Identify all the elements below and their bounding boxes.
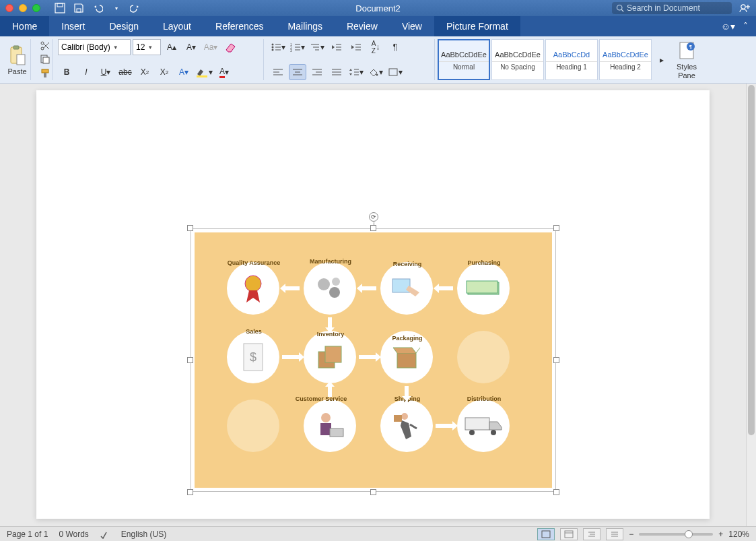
line-spacing-button[interactable]: ▾ xyxy=(347,64,365,80)
resize-handle-tc[interactable] xyxy=(370,225,376,231)
superscript-button[interactable]: X2 xyxy=(156,64,173,80)
undo-icon[interactable] xyxy=(92,2,104,14)
tab-insert[interactable]: Insert xyxy=(49,16,97,36)
style-heading-2[interactable]: AaBbCcDdEe Heading 2 xyxy=(599,39,652,80)
tab-review[interactable]: Review xyxy=(335,16,390,36)
scrollbar-thumb[interactable] xyxy=(748,85,755,435)
align-right-button[interactable] xyxy=(308,64,326,80)
subscript-button[interactable]: X2 xyxy=(136,64,153,80)
bullets-button[interactable]: ▾ xyxy=(269,39,287,55)
justify-button[interactable] xyxy=(328,64,345,80)
search-input[interactable] xyxy=(627,3,728,13)
undo-dropdown-icon[interactable]: ▾ xyxy=(110,2,123,14)
feedback-icon[interactable]: ☺︎▾ xyxy=(721,21,735,32)
close-window-button[interactable] xyxy=(5,4,13,12)
tab-view[interactable]: View xyxy=(390,16,434,36)
style-heading-1[interactable]: AaBbCcDd Heading 1 xyxy=(545,39,598,80)
change-case-button[interactable]: Aa▾ xyxy=(202,39,219,55)
resize-handle-tl[interactable] xyxy=(187,225,193,231)
svg-text:$: $ xyxy=(250,350,256,364)
font-color-button[interactable]: A▾ xyxy=(215,64,233,80)
underline-button[interactable]: U ▾ xyxy=(97,64,114,80)
sort-button[interactable]: AZ↓ xyxy=(367,39,384,55)
resize-handle-br[interactable] xyxy=(553,489,559,495)
zoom-window-button[interactable] xyxy=(32,4,40,12)
align-center-icon xyxy=(292,67,303,77)
rotate-handle[interactable]: ⟳ xyxy=(369,212,378,222)
svg-point-20 xyxy=(272,44,274,46)
web-layout-view-button[interactable] xyxy=(560,528,578,540)
resize-handle-bc[interactable] xyxy=(370,489,376,495)
styles-pane-button[interactable]: ¶ Styles Pane xyxy=(673,39,700,80)
align-center-button[interactable] xyxy=(289,64,306,80)
selected-picture[interactable]: ⟳ Quality Assurance Manufacturing Receiv… xyxy=(191,228,556,492)
resize-handle-bl[interactable] xyxy=(187,489,193,495)
cut-button[interactable] xyxy=(36,39,54,53)
svg-point-12 xyxy=(41,42,44,44)
resize-handle-tr[interactable] xyxy=(553,225,559,231)
grow-font-button[interactable]: A▴ xyxy=(163,39,180,55)
ribbon: Paste Calibri (Body)▼ 12▼ A▴ A▾ Aa▾ B I … xyxy=(0,36,756,84)
tab-home[interactable]: Home xyxy=(0,16,49,36)
styles-more-button[interactable]: ▸ xyxy=(653,52,671,68)
outline-view-button[interactable] xyxy=(583,528,600,540)
bold-button[interactable]: B xyxy=(58,64,75,80)
align-left-button[interactable] xyxy=(269,64,287,80)
italic-button[interactable]: I xyxy=(77,64,95,80)
zoom-slider-knob[interactable] xyxy=(685,530,693,538)
text-effects-button[interactable]: A▾ xyxy=(175,64,193,80)
font-size-combo[interactable]: 12▼ xyxy=(133,39,161,55)
paste-button[interactable]: Paste xyxy=(4,39,31,80)
decrease-indent-button[interactable] xyxy=(328,39,345,55)
numbering-button[interactable]: 123▾ xyxy=(289,39,306,55)
zoom-slider[interactable] xyxy=(639,533,713,536)
style-normal[interactable]: AaBbCcDdEe Normal xyxy=(438,39,490,80)
zoom-out-button[interactable]: − xyxy=(629,530,633,539)
tab-references[interactable]: References xyxy=(203,16,276,36)
node-inventory xyxy=(304,331,356,383)
copy-button[interactable] xyxy=(36,53,54,66)
svg-point-11 xyxy=(41,47,44,50)
multilevel-list-button[interactable]: ▾ xyxy=(308,39,326,55)
agent-laptop-icon xyxy=(314,411,346,441)
highlight-button[interactable]: ▾ xyxy=(195,64,213,80)
draft-view-button[interactable] xyxy=(606,528,623,540)
print-layout-view-button[interactable] xyxy=(537,528,555,540)
show-formatting-button[interactable]: ¶ xyxy=(386,39,404,55)
save-icon[interactable] xyxy=(73,2,85,14)
zoom-in-button[interactable]: + xyxy=(718,530,723,539)
svg-point-77 xyxy=(401,413,408,420)
tab-design[interactable]: Design xyxy=(97,16,151,36)
word-count[interactable]: 0 Words xyxy=(59,530,88,539)
font-name-combo[interactable]: Calibri (Body)▼ xyxy=(58,39,131,55)
collapse-ribbon-icon[interactable]: ˄ xyxy=(743,21,748,32)
format-painter-button[interactable] xyxy=(36,67,54,80)
autosave-icon[interactable] xyxy=(54,2,66,14)
style-no-spacing[interactable]: AaBbCcDdEe No Spacing xyxy=(491,39,544,80)
language-indicator[interactable]: English (US) xyxy=(121,530,166,539)
vertical-scrollbar[interactable] xyxy=(746,84,756,526)
svg-rect-73 xyxy=(397,353,416,368)
document-search[interactable] xyxy=(612,2,732,14)
borders-button[interactable]: ▾ xyxy=(386,64,404,80)
shrink-font-button[interactable]: A▾ xyxy=(182,39,200,55)
clear-formatting-button[interactable] xyxy=(221,39,239,55)
share-icon[interactable] xyxy=(738,2,751,14)
resize-handle-mr[interactable] xyxy=(553,357,559,363)
strikethrough-button[interactable]: abc xyxy=(116,64,134,80)
node-receiving xyxy=(380,262,433,315)
page-indicator[interactable]: Page 1 of 1 xyxy=(7,530,48,539)
tab-mailings[interactable]: Mailings xyxy=(276,16,335,36)
resize-handle-ml[interactable] xyxy=(187,357,193,363)
tab-layout[interactable]: Layout xyxy=(151,16,203,36)
highlighter-icon xyxy=(195,67,209,77)
redo-icon[interactable] xyxy=(129,2,141,14)
svg-rect-83 xyxy=(565,531,573,538)
shading-button[interactable]: ▾ xyxy=(367,64,384,80)
increase-indent-button[interactable] xyxy=(347,39,365,55)
tab-picture-format[interactable]: Picture Format xyxy=(434,16,520,36)
minimize-window-button[interactable] xyxy=(19,4,27,12)
zoom-level[interactable]: 120% xyxy=(728,530,749,539)
spellcheck-icon[interactable] xyxy=(100,530,110,539)
truck-icon xyxy=(464,415,503,437)
